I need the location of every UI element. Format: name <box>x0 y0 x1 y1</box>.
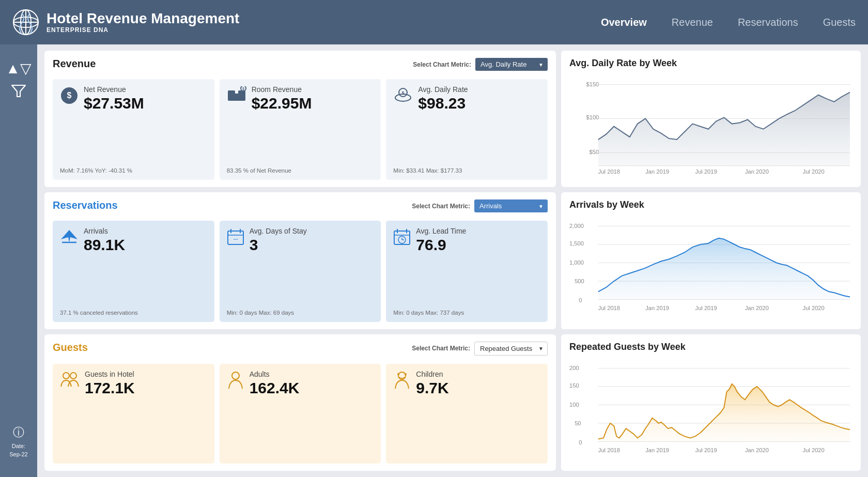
avg-days-label: Avg. Days of Stay <box>250 227 307 235</box>
avg-daily-rate-sub: Min: $33.41 Max: $177.33 <box>393 167 540 174</box>
revenue-title: Revenue <box>53 58 96 70</box>
guests-metric-label: Select Chart Metric: <box>412 345 470 352</box>
revenue-kpi-row: $ Net Revenue $27.53M MoM: 7.16% YoY: -4… <box>53 79 548 180</box>
bed-icon: $ <box>227 86 246 106</box>
svg-text:Jul 2019: Jul 2019 <box>695 168 717 175</box>
room-revenue-sub: 83.35 % of Net Revenue <box>227 167 374 174</box>
revenue-chart-section: Avg. Daily Rate by Week $150 $100 $50 Ju… <box>561 51 861 187</box>
dashboard-content: Revenue Select Chart Metric: Avg. Daily … <box>37 44 868 477</box>
guests-hotel-card: Guests in Hotel 172.1K <box>53 364 214 464</box>
svg-text:Jan 2019: Jan 2019 <box>645 447 669 453</box>
svg-marker-28 <box>61 230 78 242</box>
revenue-section: Revenue Select Chart Metric: Avg. Daily … <box>44 51 556 187</box>
guests-title: Guests <box>53 342 88 353</box>
arrivals-label: Arrivals <box>84 227 125 235</box>
arrivals-top: Arrivals 89.1K <box>60 227 207 253</box>
svg-text:150: 150 <box>569 382 579 389</box>
net-revenue-label: Net Revenue <box>84 85 144 94</box>
net-revenue-value: $27.53M <box>84 95 144 112</box>
svg-text:Jul 2018: Jul 2018 <box>598 447 620 453</box>
svg-text:Jul 2018: Jul 2018 <box>598 305 620 311</box>
guests-hotel-value: 172.1K <box>85 379 135 396</box>
reservations-title: Reservations <box>53 199 118 211</box>
guests-chart-title: Repeated Guests by Week <box>569 342 853 352</box>
avg-lead-top: Avg. Lead Time 76.9 <box>393 227 540 253</box>
main-content: ▲▽ ⓘ Date: Sep-22 Revenue Select Chart M… <box>0 44 868 477</box>
reservations-chart-section: Arrivals by Week 2,000 1,500 1,000 <box>561 192 861 329</box>
reservations-metric-dropdown-wrap[interactable]: Arrivals Avg. Days of Stay Avg. Lead Tim… <box>474 199 548 212</box>
sidebar: ▲▽ ⓘ Date: Sep-22 <box>0 44 37 477</box>
children-top: Children 9.7K <box>393 370 540 396</box>
nav-item-guests[interactable]: Guests <box>823 14 856 30</box>
reservations-row: Reservations Select Chart Metric: Arriva… <box>44 192 861 329</box>
reservations-metric-label: Select Chart Metric: <box>412 203 470 210</box>
svg-text:Jul 2020: Jul 2020 <box>803 447 825 453</box>
guests-section: Guests Select Chart Metric: Repeated Gue… <box>44 334 556 471</box>
svg-text:Jan 2020: Jan 2020 <box>745 447 769 453</box>
avg-lead-label: Avg. Lead Time <box>416 227 466 235</box>
svg-text:Jan 2019: Jan 2019 <box>645 168 669 175</box>
reservations-chart: 2,000 1,500 1,000 500 0 Jul 2018 Jan <box>569 214 853 321</box>
guests-hotel-label: Guests in Hotel <box>85 370 135 378</box>
adults-top: Adults 162.4K <box>227 370 374 396</box>
revenue-metric-label: Select Chart Metric: <box>413 61 471 68</box>
svg-text:Jan 2019: Jan 2019 <box>645 305 669 311</box>
svg-text:$50: $50 <box>590 149 599 155</box>
app-title-text: Hotel Revenue Management <box>47 11 239 27</box>
room-revenue-value: $22.95M <box>252 95 312 112</box>
calendar-days-icon: ··· <box>227 228 244 249</box>
net-revenue-sub: MoM: 7.16% YoY: -40.31 % <box>60 167 207 174</box>
revenue-metric-dropdown[interactable]: Avg. Daily Rate Net Revenue Room Revenue <box>475 58 548 71</box>
avg-lead-value: 76.9 <box>416 236 466 253</box>
avg-daily-rate-label: Avg. Daily Rate <box>418 85 468 94</box>
avg-days-value: 3 <box>250 236 307 253</box>
reservations-metric-dropdown[interactable]: Arrivals Avg. Days of Stay Avg. Lead Tim… <box>474 199 548 212</box>
avg-days-top: ··· Avg. Days of Stay 3 <box>227 227 374 253</box>
people-icon <box>60 371 80 391</box>
svg-point-59 <box>232 372 239 379</box>
avg-lead-card: Avg. Lead Time 76.9 Min: 0 days Max: 737… <box>386 221 548 321</box>
revenue-metric-dropdown-wrap[interactable]: Avg. Daily Rate Net Revenue Room Revenue <box>475 58 548 71</box>
reservations-section: Reservations Select Chart Metric: Arriva… <box>44 192 556 329</box>
nav-item-revenue[interactable]: Revenue <box>672 14 713 30</box>
svg-text:Jul 2020: Jul 2020 <box>803 168 825 175</box>
room-revenue-top: $ Room Revenue $22.95M <box>227 85 374 112</box>
revenue-row: Revenue Select Chart Metric: Avg. Daily … <box>44 51 861 187</box>
nav-item-overview[interactable]: Overview <box>601 14 647 30</box>
avg-lead-sub: Min: 0 days Max: 737 days <box>393 310 540 316</box>
arrivals-value: 89.1K <box>84 236 125 253</box>
svg-text:$100: $100 <box>586 114 599 120</box>
guests-metric-selector: Select Chart Metric: Repeated Guests Gue… <box>412 342 548 356</box>
funnel-icon[interactable] <box>10 82 27 100</box>
plane-icon <box>60 228 79 248</box>
svg-text:$: $ <box>67 91 72 100</box>
reservations-metric-selector: Select Chart Metric: Arrivals Avg. Days … <box>412 199 548 212</box>
svg-text:Jul 2018: Jul 2018 <box>598 168 620 175</box>
svg-text:Jul 2020: Jul 2020 <box>803 305 825 311</box>
svg-text:0: 0 <box>579 297 582 303</box>
calendar-clock-icon <box>393 228 411 249</box>
net-revenue-card: $ Net Revenue $27.53M MoM: 7.16% YoY: -4… <box>53 79 214 180</box>
filter-icon[interactable]: ▲▽ <box>6 60 32 77</box>
svg-point-57 <box>63 373 69 379</box>
room-revenue-card: $ Room Revenue $22.95M 83.35 % of Net Re… <box>220 79 381 180</box>
logo-area: Hotel Revenue Management ENTERPRISE DNA <box>12 9 239 36</box>
svg-point-62 <box>405 373 407 375</box>
children-label: Children <box>416 370 448 378</box>
svg-marker-5 <box>12 85 25 97</box>
guests-metric-dropdown[interactable]: Repeated Guests Guests in Hotel Adults C… <box>474 342 548 356</box>
info-icon[interactable]: ⓘ <box>13 425 24 440</box>
reservations-kpi-row: Arrivals 89.1K 37.1 % canceled reservati… <box>53 221 548 321</box>
nav-item-reservations[interactable]: Reservations <box>738 14 798 30</box>
svg-text:···: ··· <box>234 237 238 242</box>
revenue-chart-title: Avg. Daily Rate by Week <box>569 58 853 69</box>
reservations-chart-svg: 2,000 1,500 1,000 500 0 Jul 2018 Jan <box>569 214 853 321</box>
person-icon <box>227 371 244 393</box>
app-subtitle: ENTERPRISE DNA <box>47 26 239 34</box>
avg-days-card: ··· Avg. Days of Stay 3 Min: 0 days Max:… <box>220 221 381 321</box>
children-value: 9.7K <box>416 379 448 396</box>
svg-text:100: 100 <box>569 401 579 407</box>
guests-metric-dropdown-wrap[interactable]: Repeated Guests Guests in Hotel Adults C… <box>474 342 548 356</box>
dollar-icon: $ <box>60 86 79 109</box>
header: Hotel Revenue Management ENTERPRISE DNA … <box>0 0 868 44</box>
